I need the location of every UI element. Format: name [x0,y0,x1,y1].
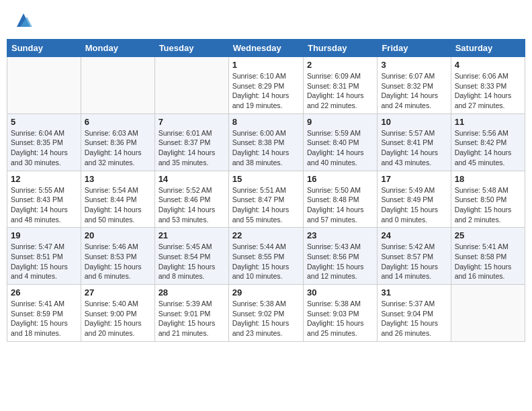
day-info: Sunrise: 5:41 AM Sunset: 8:59 PM Dayligh… [11,299,77,338]
calendar-cell: 4Sunrise: 6:06 AM Sunset: 8:33 PM Daylig… [451,57,525,114]
calendar-cell: 27Sunrise: 5:40 AM Sunset: 9:00 PM Dayli… [81,285,154,342]
day-number: 18 [455,174,521,184]
day-of-week-header: Sunday [7,40,81,57]
calendar-cell [154,57,228,114]
day-of-week-header: Saturday [451,40,525,57]
day-info: Sunrise: 6:04 AM Sunset: 8:35 PM Dayligh… [11,128,77,168]
calendar-cell: 8Sunrise: 6:00 AM Sunset: 8:38 PM Daylig… [228,113,303,171]
day-number: 26 [11,287,77,298]
calendar-cell: 12Sunrise: 5:55 AM Sunset: 8:43 PM Dayli… [7,171,81,228]
day-number: 3 [381,60,447,70]
calendar-cell: 21Sunrise: 5:45 AM Sunset: 8:54 PM Dayli… [154,228,228,285]
calendar-cell: 11Sunrise: 5:56 AM Sunset: 8:42 PM Dayli… [451,113,525,171]
calendar-cell: 7Sunrise: 6:01 AM Sunset: 8:37 PM Daylig… [154,113,228,171]
day-number: 10 [381,117,447,127]
calendar-cell: 25Sunrise: 5:41 AM Sunset: 8:58 PM Dayli… [451,228,525,285]
calendar-cell [7,57,81,114]
day-info: Sunrise: 5:48 AM Sunset: 8:50 PM Dayligh… [455,185,521,225]
day-number: 12 [11,174,77,184]
day-number: 2 [307,60,373,70]
calendar-cell [81,57,154,114]
calendar-week-row: 5Sunrise: 6:04 AM Sunset: 8:35 PM Daylig… [7,113,525,171]
calendar-cell: 13Sunrise: 5:54 AM Sunset: 8:44 PM Dayli… [81,171,154,228]
day-number: 16 [307,174,373,184]
day-info: Sunrise: 5:54 AM Sunset: 8:44 PM Dayligh… [85,185,151,225]
calendar-table: SundayMondayTuesdayWednesdayThursdayFrid… [7,39,525,342]
day-info: Sunrise: 6:03 AM Sunset: 8:36 PM Dayligh… [85,128,151,168]
day-info: Sunrise: 6:01 AM Sunset: 8:37 PM Dayligh… [159,128,225,168]
day-info: Sunrise: 5:38 AM Sunset: 9:02 PM Dayligh… [232,299,300,338]
day-number: 11 [455,117,521,127]
day-info: Sunrise: 5:56 AM Sunset: 8:42 PM Dayligh… [455,128,521,168]
day-number: 14 [159,174,225,184]
day-info: Sunrise: 6:00 AM Sunset: 8:38 PM Dayligh… [232,128,300,168]
day-info: Sunrise: 5:42 AM Sunset: 8:57 PM Dayligh… [381,242,447,281]
calendar-cell: 9Sunrise: 5:59 AM Sunset: 8:40 PM Daylig… [303,113,377,171]
calendar-cell: 3Sunrise: 6:07 AM Sunset: 8:32 PM Daylig… [378,57,451,114]
day-number: 15 [232,174,300,184]
calendar-cell [451,285,525,342]
day-info: Sunrise: 5:55 AM Sunset: 8:43 PM Dayligh… [11,185,77,225]
page-header [7,7,525,34]
calendar-cell: 19Sunrise: 5:47 AM Sunset: 8:51 PM Dayli… [7,228,81,285]
day-number: 30 [307,287,373,298]
day-info: Sunrise: 6:10 AM Sunset: 8:29 PM Dayligh… [232,71,300,111]
day-number: 6 [85,117,151,127]
day-of-week-header: Tuesday [154,40,228,57]
logo-icon [13,10,34,30]
day-info: Sunrise: 5:51 AM Sunset: 8:47 PM Dayligh… [232,185,300,225]
day-number: 25 [455,230,521,240]
day-number: 7 [159,117,225,127]
calendar-cell: 10Sunrise: 5:57 AM Sunset: 8:41 PM Dayli… [378,113,451,171]
day-of-week-header: Monday [81,40,154,57]
day-number: 22 [232,230,300,240]
calendar-cell: 26Sunrise: 5:41 AM Sunset: 8:59 PM Dayli… [7,285,81,342]
day-info: Sunrise: 5:49 AM Sunset: 8:49 PM Dayligh… [381,185,447,225]
day-info: Sunrise: 5:40 AM Sunset: 9:00 PM Dayligh… [85,299,151,338]
day-number: 9 [307,117,373,127]
day-number: 20 [85,230,151,240]
calendar-cell: 6Sunrise: 6:03 AM Sunset: 8:36 PM Daylig… [81,113,154,171]
day-info: Sunrise: 6:09 AM Sunset: 8:31 PM Dayligh… [307,71,373,111]
day-number: 31 [381,287,447,298]
day-info: Sunrise: 5:43 AM Sunset: 8:56 PM Dayligh… [307,242,373,281]
day-info: Sunrise: 5:59 AM Sunset: 8:40 PM Dayligh… [307,128,373,168]
day-info: Sunrise: 5:46 AM Sunset: 8:53 PM Dayligh… [85,242,151,281]
day-number: 23 [307,230,373,240]
day-number: 8 [232,117,300,127]
day-info: Sunrise: 5:44 AM Sunset: 8:55 PM Dayligh… [232,242,300,281]
day-number: 28 [159,287,225,298]
day-info: Sunrise: 5:47 AM Sunset: 8:51 PM Dayligh… [11,242,77,281]
day-info: Sunrise: 5:37 AM Sunset: 9:04 PM Dayligh… [381,299,447,338]
calendar-cell: 16Sunrise: 5:50 AM Sunset: 8:48 PM Dayli… [303,171,377,228]
calendar-cell: 30Sunrise: 5:38 AM Sunset: 9:03 PM Dayli… [303,285,377,342]
day-number: 13 [85,174,151,184]
calendar-cell: 18Sunrise: 5:48 AM Sunset: 8:50 PM Dayli… [451,171,525,228]
day-number: 19 [11,230,77,240]
day-of-week-header: Wednesday [228,40,303,57]
day-number: 4 [455,60,521,70]
day-of-week-header: Thursday [303,40,377,57]
day-number: 17 [381,174,447,184]
day-info: Sunrise: 5:41 AM Sunset: 8:58 PM Dayligh… [455,242,521,281]
day-info: Sunrise: 6:07 AM Sunset: 8:32 PM Dayligh… [381,71,447,111]
day-of-week-header: Friday [378,40,451,57]
calendar-cell: 5Sunrise: 6:04 AM Sunset: 8:35 PM Daylig… [7,113,81,171]
day-number: 21 [159,230,225,240]
logo [13,10,36,30]
calendar-cell: 15Sunrise: 5:51 AM Sunset: 8:47 PM Dayli… [228,171,303,228]
day-number: 5 [11,117,77,127]
calendar-cell: 29Sunrise: 5:38 AM Sunset: 9:02 PM Dayli… [228,285,303,342]
day-info: Sunrise: 5:50 AM Sunset: 8:48 PM Dayligh… [307,185,373,225]
calendar-cell: 24Sunrise: 5:42 AM Sunset: 8:57 PM Dayli… [378,228,451,285]
day-number: 24 [381,230,447,240]
calendar-cell: 1Sunrise: 6:10 AM Sunset: 8:29 PM Daylig… [228,57,303,114]
calendar-cell: 17Sunrise: 5:49 AM Sunset: 8:49 PM Dayli… [378,171,451,228]
calendar-week-row: 19Sunrise: 5:47 AM Sunset: 8:51 PM Dayli… [7,228,525,285]
day-info: Sunrise: 5:57 AM Sunset: 8:41 PM Dayligh… [381,128,447,168]
day-info: Sunrise: 5:38 AM Sunset: 9:03 PM Dayligh… [307,299,373,338]
day-number: 1 [232,60,300,70]
calendar-header-row: SundayMondayTuesdayWednesdayThursdayFrid… [7,40,525,57]
calendar-cell: 31Sunrise: 5:37 AM Sunset: 9:04 PM Dayli… [378,285,451,342]
calendar-week-row: 1Sunrise: 6:10 AM Sunset: 8:29 PM Daylig… [7,57,525,114]
